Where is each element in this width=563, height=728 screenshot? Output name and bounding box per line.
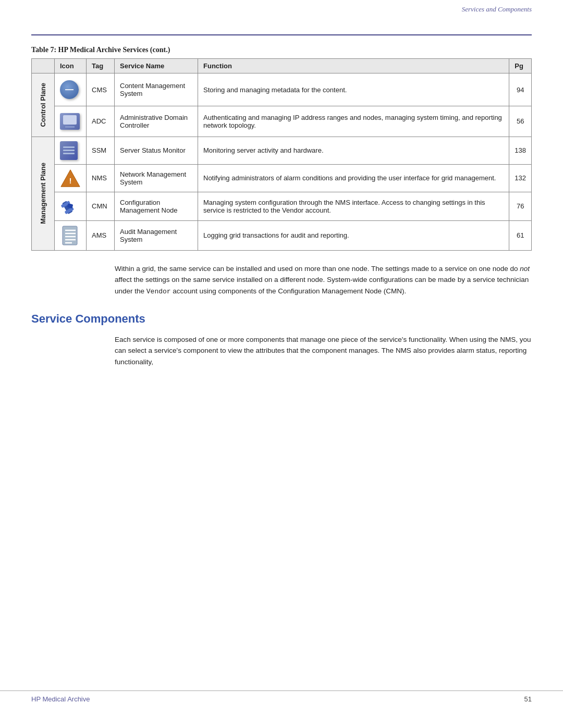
icon-nms: !: [55, 164, 87, 192]
italic-not: not: [520, 265, 530, 273]
function-cmn: Managing system configuration through th…: [198, 192, 509, 220]
code-vendor: Vendor: [146, 288, 171, 295]
svg-text:!: !: [69, 176, 71, 185]
table-row: ADC Administrative Domain Controller Aut…: [32, 106, 532, 137]
table-row: AMS Audit Management System Logging grid…: [32, 220, 532, 250]
page-header: Services and Components: [0, 0, 563, 14]
pg-ssm: 138: [509, 137, 532, 164]
service-name-adc: Administrative Domain Controller: [115, 106, 198, 137]
section-heading: Service Components: [31, 312, 532, 326]
nms-triangle-svg: !: [60, 168, 81, 188]
control-plane-label: Control Plane: [32, 73, 55, 137]
pg-cms: 94: [509, 73, 532, 106]
adc-icon: [60, 113, 80, 130]
ssm-icon: [60, 141, 78, 160]
tag-cmn: CMN: [87, 192, 115, 220]
main-content: Table 7: HP Medical Archive Services (co…: [0, 35, 563, 367]
svg-rect-6: [63, 226, 77, 245]
footer-left: HP Medical Archive: [31, 695, 90, 703]
pg-ams: 61: [509, 220, 532, 250]
table-row: ! NMS Network Management System Notifyin…: [32, 164, 532, 192]
function-ams: Logging grid transactions for audit and …: [198, 220, 509, 250]
section-paragraph: Each service is composed of one or more …: [115, 334, 532, 368]
tag-ams: AMS: [87, 220, 115, 250]
function-nms: Notifying administrators of alarm condit…: [198, 164, 509, 192]
table-row: Management Plane SSM Server Status Monit…: [32, 137, 532, 164]
services-table: Icon Tag Service Name Function Pg Contro…: [31, 58, 532, 251]
page-container: Services and Components Table 7: HP Medi…: [0, 0, 563, 728]
col-header-icon: Icon: [55, 59, 87, 73]
service-name-cmn: Configuration Management Node: [115, 192, 198, 220]
table-row: Control Plane CMS Content Management Sys…: [32, 73, 532, 106]
col-header-empty: [32, 59, 55, 73]
col-header-service-name: Service Name: [115, 59, 198, 73]
icon-ams: [55, 220, 87, 250]
nms-icon: !: [60, 169, 81, 188]
service-name-cms: Content Management System: [115, 73, 198, 106]
tag-cms: CMS: [87, 73, 115, 106]
service-name-ams: Audit Management System: [115, 220, 198, 250]
service-name-ssm: Server Status Monitor: [115, 137, 198, 164]
tag-adc: ADC: [87, 106, 115, 137]
page-footer: HP Medical Archive 51: [0, 690, 563, 707]
icon-ssm: [55, 137, 87, 164]
icon-cmn: [55, 192, 87, 220]
function-adc: Authenticating and managing IP address r…: [198, 106, 509, 137]
cms-icon: [60, 80, 79, 99]
tag-ssm: SSM: [87, 137, 115, 164]
header-title: Services and Components: [462, 5, 532, 14]
footer-right: 51: [524, 695, 532, 703]
ams-icon-svg: [62, 225, 79, 246]
cmn-icon-svg: [60, 196, 80, 216]
table-title: Table 7: HP Medical Archive Services (co…: [31, 46, 532, 54]
col-header-tag: Tag: [87, 59, 115, 73]
body-paragraph-1: Within a grid, the same service can be i…: [115, 263, 532, 298]
pg-cmn: 76: [509, 192, 532, 220]
function-cms: Storing and managing metadata for the co…: [198, 73, 509, 106]
icon-adc: [55, 106, 87, 137]
table-row: CMN Configuration Management Node Managi…: [32, 192, 532, 220]
col-header-pg: Pg: [509, 59, 532, 73]
pg-nms: 132: [509, 164, 532, 192]
icon-cms: [55, 73, 87, 106]
pg-adc: 56: [509, 106, 532, 137]
management-plane-label: Management Plane: [32, 137, 55, 250]
function-ssm: Monitoring server activity and hardware.: [198, 137, 509, 164]
service-name-nms: Network Management System: [115, 164, 198, 192]
col-header-function: Function: [198, 59, 509, 73]
tag-nms: NMS: [87, 164, 115, 192]
